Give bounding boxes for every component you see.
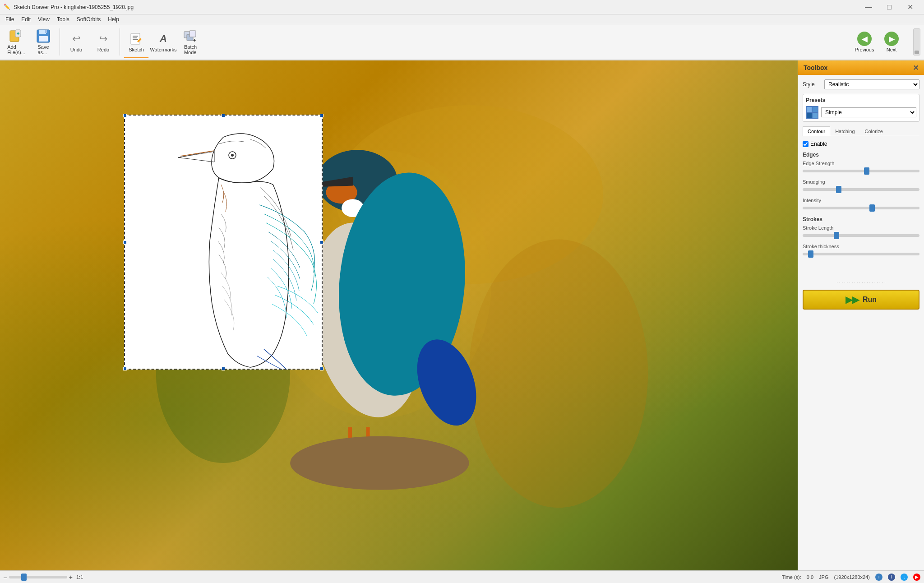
info-icon[interactable]: i [875,574,882,581]
tab-contour[interactable]: Contour [803,126,830,136]
maximize-button[interactable]: □ [879,0,900,14]
svg-point-19 [469,239,648,508]
batch-mode-icon [183,29,198,43]
watermarks-button[interactable]: A Watermarks [151,26,176,58]
sketch-button[interactable]: Sketch [124,26,149,58]
previous-icon: ◀ [857,32,872,46]
status-right: Time (s): 0.0 JPG (1920x1280x24) i f t ▶ [782,574,920,581]
zoom-level: 1:1 [76,574,83,580]
intensity-slider[interactable] [803,207,919,209]
smudging-slider[interactable] [803,188,919,191]
svg-rect-8 [131,33,140,44]
previous-button[interactable]: ◀ Previous [852,26,877,58]
add-icon [9,29,23,43]
presets-select[interactable]: Simple Medium Complex Artistic [821,107,916,117]
svg-rect-39 [813,113,818,118]
zoom-controls: – + [4,574,73,581]
svg-rect-6 [39,36,48,42]
previous-label: Previous [855,47,874,52]
twitter-icon[interactable]: t [901,574,908,581]
app-icon: ✏️ [4,4,11,11]
toolbox-close-button[interactable]: ✕ [913,64,919,72]
stroke-thickness-slider[interactable] [803,253,919,255]
enable-checkbox[interactable] [803,141,808,147]
minimize-button[interactable]: — [858,0,879,14]
style-row: Style Realistic Simple Detailed Artistic [803,79,919,89]
svg-rect-32 [124,115,323,370]
menu-edit[interactable]: Edit [18,15,34,23]
menu-view[interactable]: View [34,15,53,23]
smudging-label: Smudging [803,179,919,185]
watermarks-label: Watermarks [150,47,177,52]
toolbar-scrollbar [913,28,920,56]
menu-softorbits[interactable]: SoftOrbits [73,15,104,23]
stroke-length-slider[interactable] [803,234,919,237]
add-files-button[interactable]: AddFile(s)... [4,26,29,58]
style-label: Style [803,81,821,88]
next-label: Next [887,47,897,52]
zoom-in-button[interactable]: + [69,574,73,581]
tabs-row: Contour Hatching Colorize [803,126,919,136]
presets-row: Simple Medium Complex Artistic [806,106,916,119]
batch-mode-button[interactable]: BatchMode [178,26,203,58]
redo-icon: ↪ [96,32,111,46]
presets-section: Presets Simple Medium [803,94,919,122]
svg-point-34 [231,154,234,157]
toolbox-panel: Toolbox ✕ Style Realistic Simple Detaile… [798,60,924,570]
add-files-label: AddFile(s)... [7,44,25,55]
next-button[interactable]: ▶ Next [879,26,904,58]
spacer [803,262,919,280]
intensity-label: Intensity [803,198,919,203]
toolbar-separator-1 [60,28,60,56]
close-button[interactable]: ✕ [900,0,920,14]
time-value: 0.0 [807,574,813,580]
save-as-button[interactable]: Saveas... [31,26,56,58]
style-select[interactable]: Realistic Simple Detailed Artistic [824,79,919,89]
toolbar: AddFile(s)... Saveas... ↩ Undo ↪ Redo [0,24,924,60]
bird-sketch-svg [124,115,323,370]
enable-label[interactable]: Enable [810,141,827,147]
format-badge: JPG [819,574,828,580]
edge-strength-label: Edge Strength [803,161,919,166]
tab-hatching[interactable]: Hatching [830,126,859,136]
navigation-buttons: ◀ Previous ▶ Next [852,26,911,58]
undo-button[interactable]: ↩ Undo [64,26,89,58]
menu-help[interactable]: Help [104,15,123,23]
facebook-icon[interactable]: f [888,574,895,581]
svg-rect-37 [813,107,818,112]
menu-tools[interactable]: Tools [53,15,73,23]
svg-rect-38 [807,113,812,118]
window-title: Sketch Drawer Pro - kingfisher-1905255_1… [14,4,858,10]
stroke-thickness-label: Stroke thickness [803,244,919,249]
save-as-label: Saveas... [37,44,49,55]
menu-file[interactable]: File [2,15,18,23]
edge-strength-slider[interactable] [803,170,919,172]
svg-rect-7 [45,30,47,33]
toolbox-body: Style Realistic Simple Detailed Artistic… [798,75,924,570]
undo-icon: ↩ [69,32,83,46]
enable-row: Enable [803,141,919,147]
menu-bar: File Edit View Tools SoftOrbits Help [0,14,924,24]
undo-label: Undo [70,47,82,52]
run-label: Run [863,296,877,304]
zoom-slider[interactable] [9,576,67,578]
sketch-area [124,115,323,370]
toolbox-header: Toolbox ✕ [798,60,924,75]
watermarks-icon: A [156,32,171,46]
canvas-area[interactable] [0,60,798,570]
sketch-label: Sketch [129,47,144,52]
youtube-icon[interactable]: ▶ [913,574,920,581]
tab-colorize[interactable]: Colorize [860,126,888,136]
bird-sketch-container [72,115,329,370]
redo-button[interactable]: ↪ Redo [91,26,116,58]
next-icon: ▶ [884,32,899,46]
svg-rect-5 [39,30,46,34]
zoom-out-button[interactable]: – [4,574,7,581]
status-bar: – + 1:1 Time (s): 0.0 JPG (1920x1280x24)… [0,570,924,583]
dimensions-badge: (1920x1280x24) [834,574,870,580]
window-controls: — □ ✕ [858,0,920,14]
run-button[interactable]: ▶▶ Run [803,290,919,310]
smudging-row: Smudging [803,179,919,192]
title-bar: ✏️ Sketch Drawer Pro - kingfisher-190525… [0,0,924,14]
svg-rect-36 [807,107,812,112]
